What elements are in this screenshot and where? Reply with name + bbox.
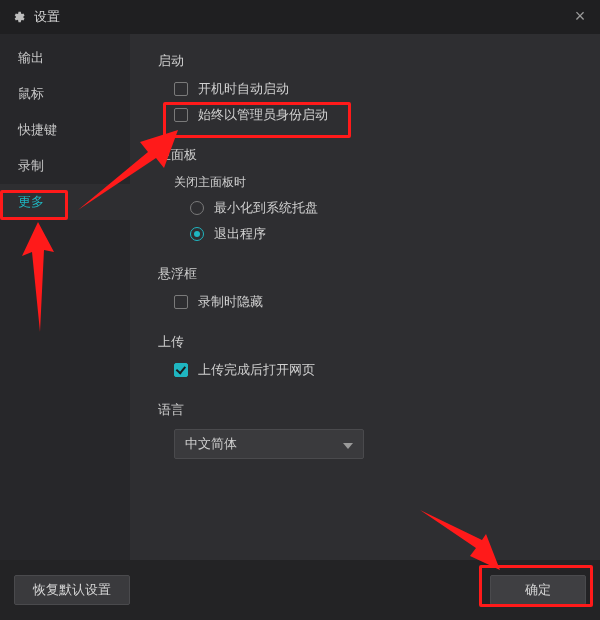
sidebar-item-label: 录制 xyxy=(18,157,44,175)
section-mainpanel-title: 主面板 xyxy=(158,146,572,164)
sidebar-item-more[interactable]: 更多 xyxy=(0,184,130,220)
checkbox-icon xyxy=(174,363,188,377)
checkbox-icon xyxy=(174,108,188,122)
sidebar-item-label: 输出 xyxy=(18,49,44,67)
section-floatbox-title: 悬浮框 xyxy=(158,265,572,283)
option-label: 开机时自动启动 xyxy=(198,80,289,98)
sidebar-item-hotkey[interactable]: 快捷键 xyxy=(0,112,130,148)
footer: 恢复默认设置 确定 xyxy=(0,560,600,620)
language-select[interactable]: 中文简体 xyxy=(174,429,364,459)
option-hide-on-record[interactable]: 录制时隐藏 xyxy=(174,293,572,311)
sidebar: 输出 鼠标 快捷键 录制 更多 xyxy=(0,34,130,560)
checkbox-icon xyxy=(174,82,188,96)
button-label: 确定 xyxy=(525,581,551,599)
main-area: 输出 鼠标 快捷键 录制 更多 启动 开机时自动启动 始终以管理员身份启动 主面… xyxy=(0,34,600,560)
radio-icon xyxy=(190,227,204,241)
window-title: 设置 xyxy=(34,8,60,26)
sidebar-item-label: 鼠标 xyxy=(18,85,44,103)
option-label: 始终以管理员身份启动 xyxy=(198,106,328,124)
option-autostart[interactable]: 开机时自动启动 xyxy=(174,80,572,98)
section-language-title: 语言 xyxy=(158,401,572,419)
restore-defaults-button[interactable]: 恢复默认设置 xyxy=(14,575,130,605)
mainpanel-close-subtitle: 关闭主面板时 xyxy=(174,174,572,191)
checkbox-icon xyxy=(174,295,188,309)
radio-icon xyxy=(190,201,204,215)
content-pane: 启动 开机时自动启动 始终以管理员身份启动 主面板 关闭主面板时 最小化到系统托… xyxy=(130,34,600,560)
sidebar-item-record[interactable]: 录制 xyxy=(0,148,130,184)
sidebar-item-output[interactable]: 输出 xyxy=(0,40,130,76)
close-icon[interactable]: × xyxy=(570,7,590,27)
option-open-web-after-upload[interactable]: 上传完成后打开网页 xyxy=(174,361,572,379)
option-label: 退出程序 xyxy=(214,225,266,243)
chevron-down-icon xyxy=(343,437,353,452)
option-label: 最小化到系统托盘 xyxy=(214,199,318,217)
gear-icon xyxy=(10,9,26,25)
radio-minimize-tray[interactable]: 最小化到系统托盘 xyxy=(190,199,572,217)
titlebar: 设置 × xyxy=(0,0,600,34)
ok-button[interactable]: 确定 xyxy=(490,575,586,605)
section-upload-title: 上传 xyxy=(158,333,572,351)
sidebar-item-mouse[interactable]: 鼠标 xyxy=(0,76,130,112)
option-label: 上传完成后打开网页 xyxy=(198,361,315,379)
button-label: 恢复默认设置 xyxy=(33,581,111,599)
sidebar-item-label: 更多 xyxy=(18,193,44,211)
option-adminstart[interactable]: 始终以管理员身份启动 xyxy=(174,106,572,124)
select-value: 中文简体 xyxy=(185,435,237,453)
section-startup-title: 启动 xyxy=(158,52,572,70)
option-label: 录制时隐藏 xyxy=(198,293,263,311)
sidebar-item-label: 快捷键 xyxy=(18,121,57,139)
radio-exit-program[interactable]: 退出程序 xyxy=(190,225,572,243)
